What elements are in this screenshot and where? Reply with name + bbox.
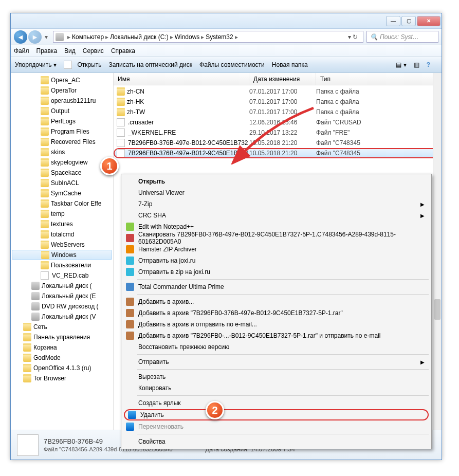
tree-item[interactable]: operausb1211ru — [11, 96, 113, 106]
tree-item[interactable]: SymCache — [11, 188, 113, 198]
maximize-button[interactable]: ▢ — [401, 16, 416, 26]
close-button[interactable]: ✕ — [417, 16, 440, 26]
menu-separator — [137, 395, 429, 396]
menu-view[interactable]: Вид — [64, 47, 76, 54]
organize-button[interactable]: Упорядочить ▾ — [15, 61, 57, 68]
menu-item[interactable]: Добавить в архив... — [123, 296, 430, 307]
npp-icon — [126, 223, 134, 231]
menu-item[interactable]: Hamster ZIP Archiver — [123, 244, 430, 255]
shield-icon — [126, 423, 134, 431]
tree-item[interactable]: skins — [11, 147, 113, 157]
menu-item[interactable]: Вырезать — [123, 371, 430, 382]
menu-item[interactable]: Отправить на joxi.ru — [123, 255, 430, 266]
tree-item[interactable]: Tor Browser — [11, 373, 113, 383]
menu-item[interactable]: Свойства — [123, 436, 430, 447]
menu-item[interactable]: Добавить в архив "7B296FB0-376B-497e-B01… — [123, 307, 430, 319]
tree-item[interactable]: Пользователи — [11, 260, 113, 270]
menu-edit[interactable]: Правка — [36, 47, 58, 54]
menu-item[interactable]: 7-Zip▶ — [123, 198, 430, 210]
menu-item[interactable]: Сканировать 7B296FB0-376B-497e-B012-9C45… — [123, 232, 430, 244]
menu-item[interactable]: Добавить в архив "7B296FB0-...-B012-9C45… — [123, 330, 430, 341]
preview-pane-button[interactable]: ▥ — [414, 61, 419, 68]
menu-tools[interactable]: Сервис — [83, 47, 104, 54]
menu-help[interactable]: Справка — [111, 47, 135, 54]
tree-item[interactable]: Локальный диск ( — [11, 281, 113, 291]
folder-icon — [41, 86, 49, 95]
breadcrumb-computer[interactable]: Компьютер — [72, 33, 104, 41]
tree-item[interactable]: PerfLogs — [11, 116, 113, 126]
open-button[interactable]: Открыть — [64, 61, 101, 69]
menu-item[interactable]: Удалить — [124, 409, 429, 420]
file-icon — [117, 149, 125, 157]
tree-item[interactable]: OpenOffice 4.1.3 (ru) — [11, 363, 113, 373]
file-icon — [117, 118, 125, 126]
col-type[interactable]: Тип — [316, 73, 442, 85]
tree-item[interactable]: temp — [11, 209, 113, 219]
tree-item[interactable]: SubInACL — [11, 178, 113, 188]
folder-icon — [41, 107, 49, 115]
tree-item[interactable]: Корзина — [11, 342, 113, 353]
menu-item[interactable]: Восстановить прежнюю версию — [123, 341, 430, 353]
col-date[interactable]: Дата изменения — [249, 73, 316, 85]
back-button[interactable]: ◄ — [14, 30, 27, 44]
view-mode-button[interactable]: ▤ ▾ — [396, 61, 406, 68]
cpl-icon — [23, 333, 31, 341]
tree-item[interactable]: OperaTor — [11, 85, 113, 96]
drive-icon — [56, 33, 64, 41]
newfolder-button[interactable]: Новая папка — [272, 61, 308, 68]
menu-item[interactable]: Universal Viewer — [123, 187, 430, 198]
menu-item[interactable]: Переименовать — [123, 421, 430, 432]
col-name[interactable]: Имя — [114, 73, 249, 85]
refresh-icon[interactable]: ▾ ↻ — [345, 33, 361, 41]
menu-item[interactable]: Создать ярлык — [123, 397, 430, 409]
tree-item[interactable]: Локальный диск (E — [11, 291, 113, 301]
menu-item[interactable]: Отправить▶ — [123, 356, 430, 368]
folder-icon — [23, 364, 31, 372]
tree-item[interactable]: DVD RW дисковод ( — [11, 301, 113, 312]
breadcrumb-drive[interactable]: Локальный диск (C:) — [110, 33, 169, 41]
rar-icon — [126, 309, 134, 317]
address-bar[interactable]: ▸ Компьютер ▸ Локальный диск (C:) ▸ Wind… — [53, 31, 363, 43]
menu-file[interactable]: Файл — [14, 47, 29, 54]
tree-item[interactable]: Windows — [12, 250, 112, 260]
menu-item[interactable]: Копировать — [123, 382, 430, 394]
minimize-button[interactable]: — — [386, 16, 400, 26]
tree-item[interactable]: Локальный диск (V — [11, 312, 113, 322]
tree-item[interactable]: WebServers — [11, 240, 113, 250]
burn-button[interactable]: Записать на оптический диск — [109, 61, 193, 68]
forward-button[interactable]: ► — [28, 30, 42, 44]
column-headers: Имя Дата изменения Тип — [114, 73, 442, 85]
tree-item[interactable]: Program Files — [11, 126, 113, 137]
tree-item[interactable]: Панель управления — [11, 332, 113, 342]
menu-item[interactable]: Total Commander Ultima Prime — [123, 281, 430, 292]
folder-icon — [41, 158, 49, 167]
bin-icon — [23, 343, 31, 352]
tree-item[interactable]: GodMode — [11, 353, 113, 363]
cab-icon — [41, 271, 49, 280]
folder-icon — [41, 230, 49, 239]
breadcrumb-windows[interactable]: Windows — [175, 33, 200, 41]
tree-item[interactable]: Taskbar Color Effe — [11, 198, 113, 209]
tree-item[interactable]: Opera_AC — [11, 75, 113, 85]
help-button[interactable]: ? — [427, 61, 430, 68]
tree-item[interactable]: totalcmd — [11, 229, 113, 240]
tree-item[interactable]: Сеть — [11, 322, 113, 332]
tree-item[interactable]: skypelogview — [11, 157, 113, 168]
menu-item[interactable]: CRC SHA▶ — [123, 210, 430, 221]
tree-item[interactable]: Output — [11, 106, 113, 116]
tree-item[interactable]: VC_RED.cab — [11, 270, 113, 281]
file-row[interactable]: zh-CN07.01.2017 17:00Папка с файла — [114, 86, 442, 97]
history-dropdown-icon[interactable]: ▾ — [45, 33, 48, 41]
breadcrumb-system32[interactable]: System32 — [206, 33, 233, 41]
tree-item[interactable]: textures — [11, 219, 113, 229]
tree-item[interactable]: Recovered Files — [11, 137, 113, 147]
search-input[interactable]: 🔍 Поиск: Syst… — [366, 31, 438, 43]
tree-item[interactable]: Spacekace — [11, 168, 113, 178]
annotation-badge-2: 2 — [206, 401, 224, 419]
menu-item[interactable]: Добавить в архив и отправить по e-mail..… — [123, 319, 430, 330]
menu-item[interactable]: Открыть — [123, 176, 430, 187]
titlebar: — ▢ ✕ — [11, 13, 442, 29]
menu-item[interactable]: Отправить в zip на joxi.ru — [123, 266, 430, 278]
list-scrollbar[interactable] — [433, 73, 442, 430]
compat-button[interactable]: Файлы совместимости — [199, 61, 265, 68]
